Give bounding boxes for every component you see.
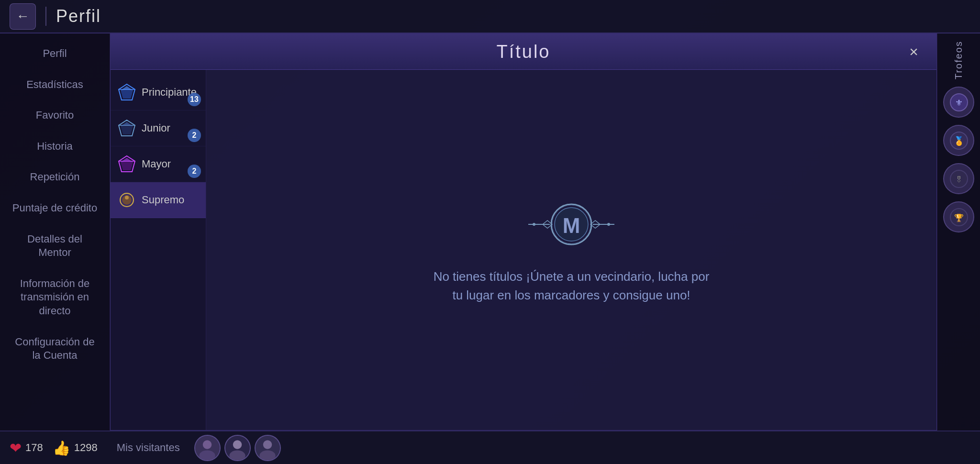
no-titles-text: No tienes títulos ¡Únete a un vecindario… bbox=[428, 267, 715, 305]
heart-icon: ❤ bbox=[10, 440, 22, 456]
visitor-avatar-1[interactable] bbox=[194, 435, 221, 461]
top-bar-divider bbox=[45, 7, 46, 26]
sidebar-item-puntaje[interactable]: Puntaje de crédito bbox=[0, 193, 110, 224]
mayor-badge: 2 bbox=[188, 165, 201, 178]
svg-text:🏅: 🏅 bbox=[954, 136, 965, 146]
supremo-label: Supremo bbox=[142, 194, 184, 206]
svg-point-42 bbox=[259, 450, 275, 461]
svg-point-41 bbox=[263, 440, 272, 449]
sidebar: Perfil Estadísticas Favorito Historia Re… bbox=[0, 33, 110, 431]
m-logo-container: M bbox=[523, 196, 619, 253]
visitor-avatar-2[interactable] bbox=[224, 435, 251, 461]
back-button[interactable]: ← bbox=[10, 3, 36, 30]
category-item-supremo[interactable]: Supremo bbox=[111, 182, 206, 218]
mayor-label: Mayor bbox=[142, 158, 171, 170]
svg-point-29 bbox=[607, 223, 610, 226]
svg-text:M: M bbox=[563, 214, 580, 237]
principiante-badge: 13 bbox=[188, 93, 201, 106]
svg-point-39 bbox=[229, 450, 245, 461]
like-icon: 👍 bbox=[53, 440, 70, 456]
category-list: Principiante 13 Junior 2 bbox=[111, 70, 206, 430]
back-arrow-icon: ← bbox=[16, 9, 30, 24]
category-item-junior[interactable]: Junior 2 bbox=[111, 110, 206, 146]
sidebar-item-mentor[interactable]: Detalles del Mentor bbox=[0, 224, 110, 268]
svg-point-22 bbox=[125, 196, 129, 199]
bottom-bar: ❤ 178 👍 1298 Mis visitantes bbox=[0, 431, 980, 464]
top-bar: ← Perfil bbox=[0, 0, 980, 33]
titulo-modal: Título × Pri bbox=[110, 33, 937, 431]
svg-point-35 bbox=[202, 440, 212, 449]
modal-body: Principiante 13 Junior 2 bbox=[111, 70, 936, 430]
junior-label: Junior bbox=[142, 122, 170, 134]
content-panel: M No tienes títulos ¡Únete a un vecindar… bbox=[206, 70, 936, 430]
sidebar-item-favorito[interactable]: Favorito bbox=[0, 100, 110, 131]
sidebar-item-configuracion[interactable]: Configuración de la Cuenta bbox=[0, 327, 110, 371]
svg-point-28 bbox=[533, 223, 535, 226]
modal-header: Título × bbox=[111, 34, 936, 70]
visitor-avatars bbox=[194, 435, 281, 461]
principiante-gem-icon bbox=[118, 83, 136, 101]
modal-title: Título bbox=[496, 42, 550, 62]
trofeos-label: Trofeos bbox=[953, 41, 964, 79]
heart-section: ❤ 178 bbox=[10, 440, 43, 456]
category-item-principiante[interactable]: Principiante 13 bbox=[111, 75, 206, 110]
svg-text:⚜: ⚜ bbox=[955, 98, 963, 108]
supremo-gem-icon bbox=[118, 191, 136, 209]
category-item-mayor[interactable]: Mayor 2 bbox=[111, 146, 206, 182]
visitors-label: Mis visitantes bbox=[117, 442, 180, 454]
sidebar-item-repeticion[interactable]: Repetición bbox=[0, 162, 110, 193]
m-logo-svg: M bbox=[523, 196, 619, 253]
mayor-gem-icon bbox=[118, 155, 136, 173]
svg-point-38 bbox=[233, 440, 242, 449]
trophy-icon-3[interactable]: 🎖 bbox=[943, 163, 974, 194]
svg-point-36 bbox=[199, 450, 215, 461]
sidebar-item-historia[interactable]: Historia bbox=[0, 131, 110, 162]
like-section: 👍 1298 bbox=[53, 440, 98, 456]
close-icon: × bbox=[909, 43, 918, 61]
sidebar-item-estadisticas[interactable]: Estadísticas bbox=[0, 69, 110, 100]
trophy-icon-4[interactable]: 🏆 bbox=[943, 201, 974, 232]
svg-text:🎖: 🎖 bbox=[955, 176, 963, 184]
visitor-avatar-3[interactable] bbox=[255, 435, 281, 461]
right-panel: Trofeos ⚜ 🏅 🎖 🏆 bbox=[937, 33, 980, 431]
trophy-icon-2[interactable]: 🏅 bbox=[943, 125, 974, 156]
trophy-icon-1[interactable]: ⚜ bbox=[943, 87, 974, 118]
sidebar-item-perfil[interactable]: Perfil bbox=[0, 38, 110, 69]
main-content: Título × Pri bbox=[110, 33, 937, 431]
modal-close-button[interactable]: × bbox=[903, 41, 924, 63]
sidebar-item-transmision[interactable]: Información de transmisión en directo bbox=[0, 268, 110, 327]
like-count: 1298 bbox=[74, 442, 98, 454]
junior-badge: 2 bbox=[188, 129, 201, 142]
page-title: Perfil bbox=[56, 6, 101, 26]
svg-text:🏆: 🏆 bbox=[954, 213, 964, 222]
junior-gem-icon bbox=[118, 119, 136, 137]
heart-count: 178 bbox=[25, 442, 43, 454]
